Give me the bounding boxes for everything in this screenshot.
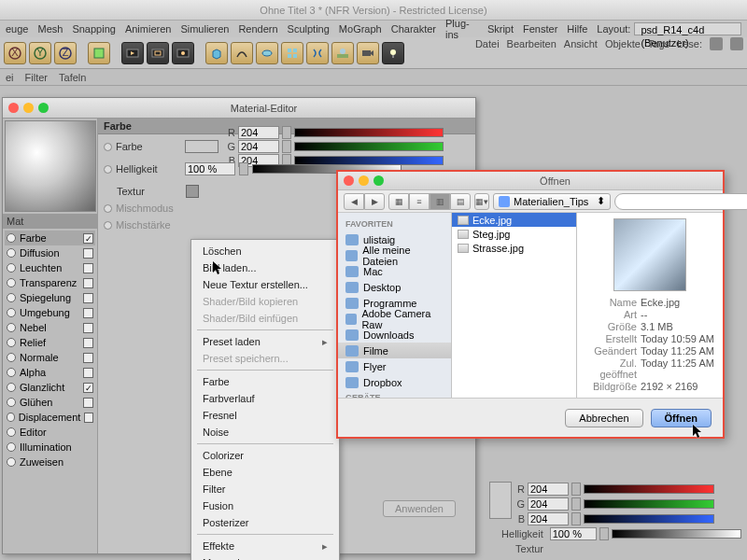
file-list-item[interactable]: Strasse.jpg [452,241,576,255]
menu-item[interactable]: Charakter [391,23,436,35]
channel-row[interactable]: Alpha [5,365,95,380]
channel-checkbox[interactable] [83,308,93,318]
input-helligkeit[interactable] [550,527,597,540]
layout-select[interactable]: psd_R14_c4d (Benutzer) [634,22,741,35]
radio-icon[interactable] [7,248,16,258]
axis-y-icon[interactable]: Y [29,42,51,64]
context-menu-item[interactable]: Löschen [191,243,339,259]
sidebar-item[interactable]: Flyer [338,358,451,374]
menu-item[interactable]: Ansicht [564,38,598,49]
primitive-cube-icon[interactable] [205,42,228,64]
menu-item[interactable]: Skript [487,23,514,35]
channel-row[interactable]: Farbe [5,231,95,245]
material-name[interactable]: Mat [3,214,97,229]
channel-checkbox[interactable] [83,368,93,378]
spin-g[interactable] [282,140,291,153]
secbar-item[interactable]: ei [6,72,14,83]
sidebar-item[interactable]: Filme [338,343,451,358]
open-button[interactable]: Öffnen [651,409,712,427]
spin-b[interactable] [571,512,581,525]
material-preview[interactable] [5,120,96,212]
channel-row[interactable]: Glanzlicht [5,380,95,395]
radio-icon[interactable] [7,442,16,452]
zoom-icon[interactable] [38,103,49,113]
radio-icon[interactable] [7,457,16,467]
secbar-item[interactable]: Filter [25,72,48,83]
color-swatch[interactable] [185,140,218,153]
channel-row[interactable]: Displacement [5,410,95,425]
spin-helligkeit[interactable] [239,162,248,175]
forward-button[interactable]: ▶ [364,193,385,210]
nurbs-icon[interactable] [256,42,278,64]
channel-row[interactable]: Leuchten [5,260,95,275]
render-settings-icon[interactable] [172,42,194,64]
radio-icon[interactable] [7,398,16,407]
slider-r[interactable] [294,128,444,137]
channel-row[interactable]: Zuweisen [5,455,95,469]
spin-r[interactable] [282,126,291,139]
sidebar-item[interactable]: Dropbox [338,374,451,390]
menu-item[interactable]: Sculpting [288,23,330,35]
channel-row[interactable]: Umgebung [5,305,95,320]
context-menu-item[interactable]: Neue Textur erstellen... [191,276,339,293]
sidebar-item[interactable]: Alle meine Dateien [338,247,451,263]
context-menu-item[interactable]: Ebene [191,464,339,481]
slider-r[interactable] [584,484,714,494]
menu-item[interactable]: Lese: [677,38,702,49]
view-coverflow-icon[interactable]: ▤ [450,193,471,210]
file-list-item[interactable]: Steg.jpg [452,227,576,241]
menu-item[interactable]: Snapping [72,23,116,35]
menu-item[interactable]: Fenster [523,23,557,35]
channel-row[interactable]: Editor [5,425,95,440]
view-list-icon[interactable]: ≡ [409,193,430,210]
radio-icon[interactable] [7,293,16,302]
menu-item[interactable]: Plug-ins [445,18,478,40]
minimize-icon[interactable] [23,103,34,113]
menu-item[interactable]: MoGraph [339,23,382,35]
search-input[interactable] [614,193,747,210]
slider-helligkeit[interactable] [612,529,741,539]
light-icon[interactable] [382,42,404,64]
context-menu-item[interactable]: Effekte [191,538,339,554]
radio-icon[interactable] [7,383,16,392]
radio-icon[interactable] [7,323,16,332]
slider-g[interactable] [584,499,714,509]
menu-item[interactable]: Bearbeiten [507,38,557,49]
menu-item[interactable]: Tags [648,38,669,49]
slider-b[interactable] [584,514,714,524]
input-b[interactable] [528,512,569,525]
folder-select[interactable]: Materialien_Tips⬍ [493,193,611,210]
sidebar-item[interactable]: Adobe Camera Raw [338,311,451,327]
cancel-button[interactable]: Abbrechen [565,409,642,427]
radio-icon[interactable] [7,308,16,317]
radio-icon[interactable] [7,368,16,377]
cube-icon[interactable] [88,42,110,64]
environment-icon[interactable] [331,42,354,64]
render-icon[interactable] [121,42,144,64]
search-icon[interactable] [710,37,723,50]
channel-row[interactable]: Relief [5,335,95,350]
radio-icon[interactable] [7,353,16,362]
channel-row[interactable]: Spiegelung [5,290,95,305]
channel-row[interactable]: Glühen [5,395,95,410]
channel-checkbox[interactable] [83,338,93,348]
channel-checkbox[interactable] [83,398,93,408]
context-menu-item[interactable]: Fusion [191,497,339,514]
input-r[interactable] [238,126,279,139]
channel-checkbox[interactable] [83,383,93,393]
textur-dropdown[interactable] [186,185,199,198]
enable-dot-icon[interactable] [104,165,112,174]
input-r[interactable] [528,483,569,496]
context-menu-item[interactable]: Farbe [191,373,339,390]
generator-icon[interactable] [281,42,303,64]
context-menu-item[interactable]: Bild laden... [191,259,339,276]
radio-icon[interactable] [7,413,15,422]
channel-checkbox[interactable] [83,353,93,363]
render-region-icon[interactable] [147,42,169,64]
radio-icon[interactable] [7,278,16,287]
deformer-icon[interactable] [306,42,329,64]
channel-checkbox[interactable] [83,233,93,244]
axis-z-icon[interactable]: Z [54,42,77,64]
material-editor-titlebar[interactable]: Material-Editor [3,98,475,119]
close-icon[interactable] [344,175,354,186]
